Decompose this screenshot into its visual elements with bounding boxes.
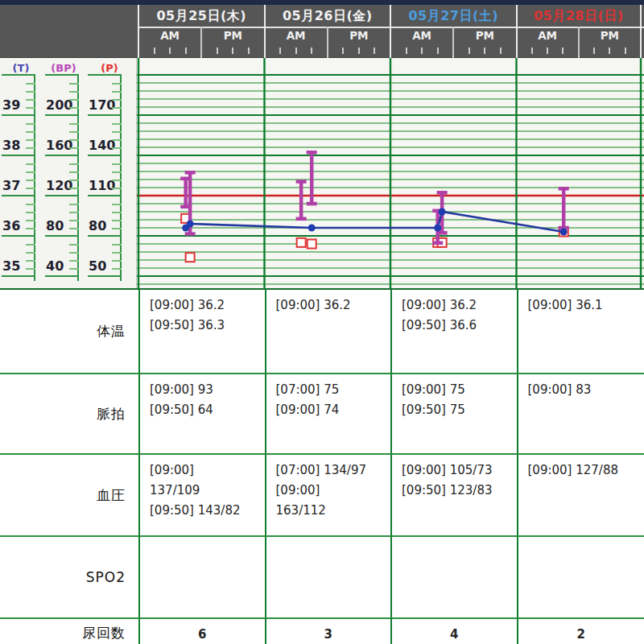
vitals-graph <box>137 58 644 288</box>
hour-tick <box>484 47 485 54</box>
table-cell[interactable]: [09:00] 127/88 <box>517 453 644 535</box>
temperature-tick-label: 39 <box>2 98 20 113</box>
bp-diastolic-cap <box>432 242 443 246</box>
pulse-tick-label: 140 <box>89 138 115 153</box>
ampm-divider-line <box>452 27 454 58</box>
hour-tick <box>358 47 360 54</box>
pulse-marker <box>297 238 306 247</box>
blood_pressure-tick-label: 40 <box>46 259 64 274</box>
hour-tick <box>342 47 344 54</box>
bp-diastolic-cap <box>296 217 307 221</box>
row-label-4: 尿回数 <box>0 617 138 644</box>
temperature-point <box>434 225 441 232</box>
temperature-tick-label: 38 <box>2 138 20 153</box>
hour-tick <box>185 47 187 54</box>
bp-diastolic-cap <box>185 232 196 236</box>
date-header: 05月25日(木) AM PM 05月26日(金) AM PM 05月27日(土… <box>0 5 644 58</box>
am-label: AM <box>517 27 579 44</box>
hour-tick <box>547 47 548 54</box>
vital-axes-panel: (T) (BP) (P) 393837363520016012080401701… <box>0 58 137 288</box>
vitals-table: 体温[09:00] 36.2 [09:50] 36.3[09:00] 36.2[… <box>0 288 644 644</box>
pulse-axis-label: (P) <box>101 62 118 74</box>
date-label[interactable]: 05月25日(木) <box>138 5 265 27</box>
table-cell[interactable] <box>517 535 644 617</box>
hour-tick <box>169 47 171 54</box>
temperature-tick-label: 36 <box>2 219 20 233</box>
bp-axis-label: (BP) <box>51 62 76 74</box>
temperature-point <box>560 229 568 236</box>
bp-systolic-cap <box>185 171 196 175</box>
row-label-0: 体温 <box>0 288 138 373</box>
table-cell[interactable]: [09:00] 36.2 [09:50] 36.3 <box>138 288 265 373</box>
hour-tick <box>562 47 564 54</box>
pulse-tick-label: 80 <box>89 219 106 233</box>
pulse-marker <box>186 253 195 262</box>
temperature-point <box>439 208 446 216</box>
bp-systolic-cap <box>307 151 317 155</box>
day-column-separator <box>264 5 266 58</box>
blood_pressure-tick-label: 80 <box>46 219 64 233</box>
pm-label: PM <box>201 27 264 44</box>
date-label[interactable]: 05月26日(金) <box>265 5 391 27</box>
hour-tick <box>279 47 281 54</box>
day-column-separator <box>390 5 391 58</box>
table-cell[interactable]: [09:00] 75 [09:50] 75 <box>390 373 517 453</box>
day-column-separator <box>138 5 139 58</box>
hour-tick <box>232 47 233 54</box>
hour-tick <box>593 47 595 54</box>
hour-tick <box>248 47 250 54</box>
hour-tick <box>609 47 610 54</box>
hour-tick <box>406 47 407 54</box>
hour-tick <box>154 47 155 54</box>
am-label: AM <box>138 27 201 44</box>
hour-tick <box>625 47 626 54</box>
table-cell[interactable]: 3 <box>265 617 391 644</box>
hour-tick <box>437 47 439 54</box>
bp-systolic-cap <box>437 191 448 195</box>
am-label: AM <box>390 27 453 44</box>
hour-tick <box>421 47 423 54</box>
ampm-divider-line <box>327 27 328 58</box>
hour-tick <box>469 47 470 54</box>
pulse-tick-label: 110 <box>89 179 115 193</box>
table-cell[interactable]: [09:00] 137/109 [09:50] 143/82 <box>138 453 265 535</box>
temperature-tick-label: 35 <box>2 259 20 274</box>
date-label[interactable]: 05月27日(土) <box>390 5 517 27</box>
hour-tick <box>217 47 218 54</box>
am-label: AM <box>265 27 328 44</box>
bp-diastolic-cap <box>307 202 317 206</box>
date-label[interactable]: 05月28日(日) <box>517 5 642 27</box>
temperature-tick-label: 37 <box>2 179 20 193</box>
temperature-point <box>187 221 194 228</box>
table-cell[interactable]: [09:00] 93 [09:50] 64 <box>138 373 265 453</box>
day-column-separator <box>516 5 518 58</box>
table-cell[interactable]: [09:00] 83 <box>517 373 644 453</box>
table-cell[interactable]: 2 <box>517 617 644 644</box>
blood_pressure-tick-label: 120 <box>46 179 72 193</box>
hour-tick <box>531 47 533 54</box>
row-label-2: 血圧 <box>0 453 138 535</box>
table-cell[interactable] <box>390 535 517 617</box>
ampm-divider-line <box>578 27 580 58</box>
hour-tick <box>500 47 502 54</box>
temperature-axis-label: (T) <box>13 62 30 74</box>
table-cell[interactable]: [09:00] 36.1 <box>517 288 644 373</box>
bp-systolic-cap <box>559 187 569 191</box>
table-cell[interactable]: 6 <box>138 617 265 644</box>
table-cell[interactable]: 4 <box>390 617 517 644</box>
table-cell[interactable]: [07:00] 75 [09:00] 74 <box>265 373 391 453</box>
vital-signs-chart-screen: 05月25日(木) AM PM 05月26日(金) AM PM 05月27日(土… <box>0 0 644 644</box>
table-cell[interactable]: [07:00] 134/97 [09:00] 163/112 <box>265 453 391 535</box>
hour-tick <box>295 47 297 54</box>
pulse-marker <box>308 240 316 249</box>
ampm-divider-line <box>200 27 202 58</box>
table-cell[interactable]: [09:00] 36.2 <box>265 288 391 373</box>
day-column-separator <box>640 5 642 58</box>
temperature-point <box>308 225 316 232</box>
table-cell[interactable]: [09:00] 36.2 [09:50] 36.6 <box>390 288 517 373</box>
row-label-1: 脈拍 <box>0 373 138 453</box>
table-cell[interactable] <box>138 535 265 617</box>
table-cell[interactable]: [09:00] 105/73 [09:50] 123/83 <box>390 453 517 535</box>
table-cell[interactable] <box>265 535 391 617</box>
hour-tick <box>374 47 375 54</box>
